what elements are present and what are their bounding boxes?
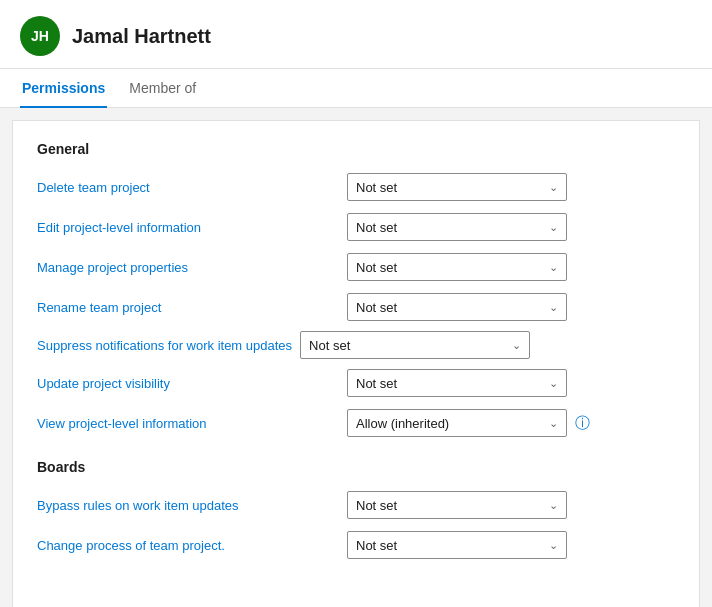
permission-label-change-process: Change process of team project.	[37, 538, 347, 553]
boards-section-title: Boards	[37, 459, 675, 475]
permission-row-update-project-visibility: Update project visibility Not set ⌄	[37, 367, 675, 399]
boards-section: Boards Bypass rules on work item updates…	[37, 459, 675, 561]
permission-label-edit-project-level: Edit project-level information	[37, 220, 347, 235]
chevron-icon: ⌄	[549, 301, 558, 314]
permission-label-suppress-notifications: Suppress notifications for work item upd…	[37, 338, 292, 353]
user-header: JH Jamal Hartnett	[0, 0, 712, 69]
user-name: Jamal Hartnett	[72, 25, 211, 48]
permission-select-edit-project-level[interactable]: Not set ⌄	[347, 213, 567, 241]
permission-label-view-project-level: View project-level information	[37, 416, 347, 431]
permission-select-manage-project-properties[interactable]: Not set ⌄	[347, 253, 567, 281]
permission-label-delete-team-project: Delete team project	[37, 180, 347, 195]
permission-select-view-project-level[interactable]: Allow (inherited) ⌄	[347, 409, 567, 437]
avatar: JH	[20, 16, 60, 56]
permission-row-change-process: Change process of team project. Not set …	[37, 529, 675, 561]
permission-label-manage-project-properties: Manage project properties	[37, 260, 347, 275]
permission-select-change-process[interactable]: Not set ⌄	[347, 531, 567, 559]
chevron-icon: ⌄	[512, 339, 521, 352]
chevron-icon: ⌄	[549, 181, 558, 194]
chevron-icon: ⌄	[549, 417, 558, 430]
permission-row-suppress-notifications: Suppress notifications for work item upd…	[37, 331, 675, 359]
permission-select-update-project-visibility[interactable]: Not set ⌄	[347, 369, 567, 397]
permission-row-delete-team-project: Delete team project Not set ⌄	[37, 171, 675, 203]
permission-row-view-project-level: View project-level information Allow (in…	[37, 407, 675, 439]
permission-row-edit-project-level: Edit project-level information Not set ⌄	[37, 211, 675, 243]
info-icon[interactable]: ⓘ	[575, 414, 590, 433]
general-section-title: General	[37, 141, 675, 157]
tab-member-of[interactable]: Member of	[127, 70, 198, 108]
chevron-icon: ⌄	[549, 261, 558, 274]
permissions-content: General Delete team project Not set ⌄ Ed…	[12, 120, 700, 607]
permission-label-rename-team-project: Rename team project	[37, 300, 347, 315]
permission-row-rename-team-project: Rename team project Not set ⌄	[37, 291, 675, 323]
permission-select-rename-team-project[interactable]: Not set ⌄	[347, 293, 567, 321]
tabs-bar: Permissions Member of	[0, 69, 712, 108]
permission-label-bypass-rules: Bypass rules on work item updates	[37, 498, 347, 513]
chevron-icon: ⌄	[549, 377, 558, 390]
tab-permissions[interactable]: Permissions	[20, 70, 107, 108]
chevron-icon: ⌄	[549, 539, 558, 552]
permission-select-suppress-notifications[interactable]: Not set ⌄	[300, 331, 530, 359]
permission-label-update-project-visibility: Update project visibility	[37, 376, 347, 391]
chevron-icon: ⌄	[549, 499, 558, 512]
chevron-icon: ⌄	[549, 221, 558, 234]
permission-row-bypass-rules: Bypass rules on work item updates Not se…	[37, 489, 675, 521]
permission-select-bypass-rules[interactable]: Not set ⌄	[347, 491, 567, 519]
permission-select-delete-team-project[interactable]: Not set ⌄	[347, 173, 567, 201]
permission-row-manage-project-properties: Manage project properties Not set ⌄	[37, 251, 675, 283]
